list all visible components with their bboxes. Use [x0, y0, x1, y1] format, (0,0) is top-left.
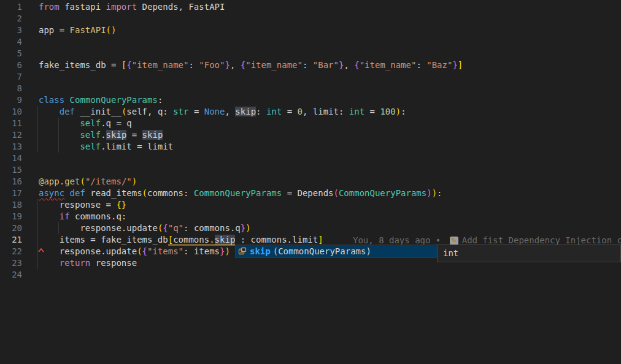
- code-token: =: [126, 130, 142, 140]
- code-token: self: [80, 118, 101, 128]
- code-token: __init__: [75, 107, 122, 116]
- line-number[interactable]: 10: [0, 106, 22, 118]
- code-line[interactable]: 15: [0, 164, 621, 176]
- code-token: "q": [168, 223, 183, 233]
- code-token: commons.: [173, 235, 214, 245]
- line-number[interactable]: 1: [0, 1, 22, 13]
- line-number[interactable]: 19: [0, 211, 22, 222]
- code-text: async def read_items(commons: CommonQuer…: [39, 188, 442, 199]
- code-text: response.update({"q": commons.q}): [39, 222, 251, 234]
- code-token: 100: [380, 107, 395, 116]
- code-token: read_items: [85, 188, 142, 198]
- line-number[interactable]: 22: [0, 246, 22, 257]
- line-number[interactable]: 7: [0, 71, 22, 83]
- line-number[interactable]: 8: [0, 83, 22, 94]
- suggest-item-skip[interactable]: skip (CommonQueryParams): [236, 245, 437, 257]
- code-line[interactable]: 1from fastapi import Depends, FastAPI: [0, 1, 621, 13]
- suggest-type-text: int: [443, 248, 458, 259]
- code-editor: 1from fastapi import Depends, FastAPI23a…: [0, 0, 621, 364]
- code-token: ): [426, 188, 431, 198]
- line-number[interactable]: 16: [0, 176, 22, 188]
- line-number[interactable]: 15: [0, 164, 22, 176]
- code-token: {: [163, 223, 168, 233]
- line-number[interactable]: 21: [0, 234, 22, 246]
- code-line[interactable]: 14: [0, 153, 621, 164]
- code-token: : items: [183, 246, 220, 256]
- code-token: [: [168, 235, 173, 245]
- code-line[interactable]: 13 self.limit = limit: [0, 141, 621, 153]
- line-number[interactable]: 14: [0, 153, 22, 164]
- code-token: CommonQueryParams: [339, 188, 426, 198]
- code-token: .limit = limit: [101, 142, 173, 151]
- code-line[interactable]: 12 self.skip = skip: [0, 129, 621, 141]
- code-token: :: [437, 188, 442, 198]
- code-token: [39, 258, 60, 268]
- line-number[interactable]: 23: [0, 257, 22, 269]
- code-token: ): [245, 223, 250, 233]
- line-number[interactable]: 2: [0, 13, 22, 25]
- line-number[interactable]: 13: [0, 141, 22, 153]
- error-squiggle: [38, 248, 47, 252]
- code-token: {}: [116, 200, 126, 210]
- code-line[interactable]: 19 if commons.q:: [0, 211, 621, 222]
- code-line[interactable]: 8: [0, 83, 621, 94]
- code-token: return: [60, 258, 91, 268]
- code-token: skip: [142, 130, 163, 140]
- code-line[interactable]: 7: [0, 71, 621, 83]
- line-number[interactable]: 6: [0, 59, 22, 71]
- code-token: commons:: [147, 188, 194, 198]
- code-token: (: [334, 188, 339, 198]
- suggest-label-detail: (CommonQueryParams): [273, 246, 371, 257]
- code-token: self: [80, 142, 101, 151]
- line-number[interactable]: 5: [0, 48, 22, 59]
- code-token: (: [137, 246, 142, 256]
- code-line[interactable]: 2: [0, 13, 621, 25]
- code-token: [39, 211, 60, 221]
- code-token: app =: [39, 25, 70, 35]
- code-token: import: [106, 2, 137, 12]
- code-token: [64, 95, 69, 105]
- line-number[interactable]: 24: [0, 269, 22, 281]
- code-token: def: [60, 107, 75, 116]
- code-line[interactable]: 24: [0, 269, 621, 281]
- code-line[interactable]: 11 self.q = q: [0, 118, 621, 129]
- code-text: app = FastAPI(): [39, 25, 116, 36]
- code-token: if: [60, 211, 70, 221]
- code-text: if commons.q:: [39, 211, 126, 222]
- code-line[interactable]: 4: [0, 36, 621, 48]
- code-line[interactable]: 5: [0, 48, 621, 59]
- line-number[interactable]: 20: [0, 222, 22, 234]
- code-token: }: [220, 246, 225, 256]
- code-token: "item_name": [132, 60, 189, 70]
- line-number[interactable]: 18: [0, 199, 22, 211]
- code-line[interactable]: 3app = FastAPI(): [0, 25, 621, 36]
- code-line[interactable]: 6fake_items_db = [{"item_name": "Foo"}, …: [0, 59, 621, 71]
- code-token: {: [241, 60, 245, 70]
- line-number[interactable]: 9: [0, 94, 22, 106]
- code-line[interactable]: 9class CommonQueryParams:: [0, 94, 621, 106]
- code-token: response: [90, 258, 137, 268]
- code-token: CommonQueryParams: [70, 95, 158, 105]
- field-icon: [237, 246, 247, 256]
- line-number[interactable]: 12: [0, 129, 22, 141]
- code-token: 0: [298, 107, 303, 116]
- code-token: (): [106, 25, 117, 35]
- code-text: self.q = q: [39, 118, 132, 129]
- code-token: , limit:: [303, 107, 349, 116]
- code-token: :: [303, 60, 313, 70]
- code-token: =: [364, 107, 380, 116]
- code-text: self.skip = skip: [39, 129, 163, 141]
- line-number[interactable]: 3: [0, 25, 22, 36]
- code-token: [64, 188, 69, 198]
- code-token: response.update: [39, 223, 158, 233]
- line-number[interactable]: 17: [0, 188, 22, 199]
- line-number[interactable]: 4: [0, 36, 22, 48]
- code-line[interactable]: 18 response = {}: [0, 199, 621, 211]
- code-line[interactable]: 16@app.get("/items/"): [0, 176, 621, 188]
- code-line[interactable]: 20 response.update({"q": commons.q}): [0, 222, 621, 234]
- code-line[interactable]: 10 def __init__(self, q: str = None, ski…: [0, 106, 621, 118]
- code-token: :: [401, 107, 406, 116]
- line-number[interactable]: 11: [0, 118, 22, 129]
- code-text: self.limit = limit: [39, 141, 173, 153]
- code-line[interactable]: 17async def read_items(commons: CommonQu…: [0, 188, 621, 199]
